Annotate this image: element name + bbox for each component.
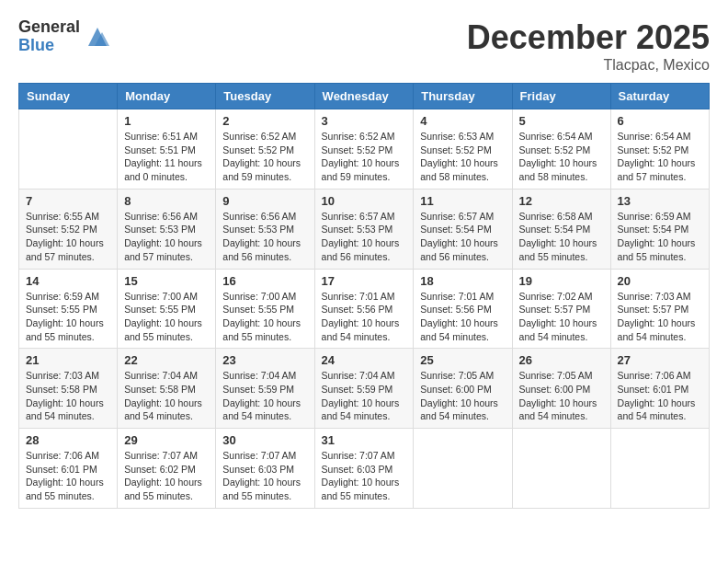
day-info: Sunrise: 7:00 AMSunset: 5:55 PMDaylight:…	[222, 290, 307, 344]
calendar-week-1: 1Sunrise: 6:51 AMSunset: 5:51 PMDaylight…	[19, 109, 710, 190]
day-number: 28	[26, 433, 110, 447]
logo: General Blue	[18, 18, 111, 55]
calendar-cell: 8Sunrise: 6:56 AMSunset: 5:53 PMDaylight…	[118, 189, 216, 269]
day-info: Sunrise: 6:56 AMSunset: 5:53 PMDaylight:…	[222, 210, 307, 264]
title-section: December 2025 Tlacpac, Mexico	[467, 18, 710, 74]
day-number: 6	[618, 114, 702, 128]
calendar-week-3: 14Sunrise: 6:59 AMSunset: 5:55 PMDayligh…	[19, 269, 710, 349]
day-info: Sunrise: 7:02 AMSunset: 5:57 PMDaylight:…	[519, 290, 604, 344]
day-info: Sunrise: 6:59 AMSunset: 5:55 PMDaylight:…	[26, 290, 110, 344]
weekday-header-monday: Monday	[118, 84, 216, 109]
day-number: 22	[124, 353, 209, 367]
day-number: 7	[26, 194, 110, 208]
day-number: 15	[124, 274, 209, 288]
calendar-cell: 17Sunrise: 7:01 AMSunset: 5:56 PMDayligh…	[314, 269, 414, 349]
day-number: 26	[519, 353, 604, 367]
day-number: 19	[519, 274, 604, 288]
day-info: Sunrise: 7:05 AMSunset: 6:00 PMDaylight:…	[420, 369, 505, 423]
day-number: 16	[222, 274, 307, 288]
day-number: 30	[222, 433, 307, 447]
weekday-header-saturday: Saturday	[610, 84, 709, 109]
month-title: December 2025	[467, 18, 710, 57]
day-number: 8	[124, 194, 209, 208]
calendar-cell: 22Sunrise: 7:04 AMSunset: 5:58 PMDayligh…	[118, 349, 216, 429]
calendar-cell	[610, 429, 709, 509]
calendar-cell: 11Sunrise: 6:57 AMSunset: 5:54 PMDayligh…	[414, 189, 512, 269]
calendar-cell: 18Sunrise: 7:01 AMSunset: 5:56 PMDayligh…	[414, 269, 512, 349]
calendar-cell: 9Sunrise: 6:56 AMSunset: 5:53 PMDaylight…	[216, 189, 314, 269]
calendar-cell: 5Sunrise: 6:54 AMSunset: 5:52 PMDaylight…	[512, 109, 610, 190]
day-number: 10	[322, 194, 407, 208]
day-info: Sunrise: 7:01 AMSunset: 5:56 PMDaylight:…	[420, 290, 505, 344]
weekday-header-wednesday: Wednesday	[314, 84, 414, 109]
day-number: 12	[519, 194, 604, 208]
calendar-cell: 2Sunrise: 6:52 AMSunset: 5:52 PMDaylight…	[216, 109, 314, 190]
day-info: Sunrise: 6:52 AMSunset: 5:52 PMDaylight:…	[322, 130, 407, 184]
day-number: 9	[222, 194, 307, 208]
logo-general-text: General	[18, 18, 80, 37]
calendar-cell: 21Sunrise: 7:03 AMSunset: 5:58 PMDayligh…	[19, 349, 118, 429]
day-number: 3	[322, 114, 407, 128]
calendar-cell	[414, 429, 512, 509]
calendar-cell: 15Sunrise: 7:00 AMSunset: 5:55 PMDayligh…	[118, 269, 216, 349]
day-info: Sunrise: 7:01 AMSunset: 5:56 PMDaylight:…	[322, 290, 407, 344]
day-number: 18	[420, 274, 505, 288]
day-number: 14	[26, 274, 110, 288]
day-number: 17	[322, 274, 407, 288]
day-info: Sunrise: 7:07 AMSunset: 6:02 PMDaylight:…	[124, 449, 209, 503]
calendar-cell: 10Sunrise: 6:57 AMSunset: 5:53 PMDayligh…	[314, 189, 414, 269]
logo-blue-text: Blue	[18, 37, 80, 55]
calendar-week-2: 7Sunrise: 6:55 AMSunset: 5:52 PMDaylight…	[19, 189, 710, 269]
day-info: Sunrise: 6:56 AMSunset: 5:53 PMDaylight:…	[124, 210, 209, 264]
calendar-cell: 6Sunrise: 6:54 AMSunset: 5:52 PMDaylight…	[610, 109, 709, 190]
day-info: Sunrise: 6:58 AMSunset: 5:54 PMDaylight:…	[519, 210, 604, 264]
day-number: 2	[222, 114, 307, 128]
day-info: Sunrise: 7:00 AMSunset: 5:55 PMDaylight:…	[124, 290, 209, 344]
day-info: Sunrise: 6:57 AMSunset: 5:54 PMDaylight:…	[420, 210, 505, 264]
day-number: 29	[124, 433, 209, 447]
location: Tlacpac, Mexico	[467, 57, 710, 74]
day-number: 21	[26, 353, 110, 367]
logo-icon	[84, 23, 111, 51]
weekday-header-friday: Friday	[512, 84, 610, 109]
calendar-cell: 4Sunrise: 6:53 AMSunset: 5:52 PMDaylight…	[414, 109, 512, 190]
day-info: Sunrise: 7:07 AMSunset: 6:03 PMDaylight:…	[322, 449, 407, 503]
day-number: 24	[322, 353, 407, 367]
day-number: 1	[124, 114, 209, 128]
day-number: 31	[322, 433, 407, 447]
calendar-cell: 16Sunrise: 7:00 AMSunset: 5:55 PMDayligh…	[216, 269, 314, 349]
calendar-cell	[512, 429, 610, 509]
day-number: 23	[222, 353, 307, 367]
calendar-week-4: 21Sunrise: 7:03 AMSunset: 5:58 PMDayligh…	[19, 349, 710, 429]
calendar-table: SundayMondayTuesdayWednesdayThursdayFrid…	[18, 83, 710, 509]
calendar-cell: 24Sunrise: 7:04 AMSunset: 5:59 PMDayligh…	[314, 349, 414, 429]
calendar-cell: 28Sunrise: 7:06 AMSunset: 6:01 PMDayligh…	[19, 429, 118, 509]
calendar-cell: 19Sunrise: 7:02 AMSunset: 5:57 PMDayligh…	[512, 269, 610, 349]
calendar-cell: 14Sunrise: 6:59 AMSunset: 5:55 PMDayligh…	[19, 269, 118, 349]
day-info: Sunrise: 7:04 AMSunset: 5:58 PMDaylight:…	[124, 369, 209, 423]
day-number: 4	[420, 114, 505, 128]
calendar-week-5: 28Sunrise: 7:06 AMSunset: 6:01 PMDayligh…	[19, 429, 710, 509]
day-info: Sunrise: 7:06 AMSunset: 6:01 PMDaylight:…	[618, 369, 702, 423]
day-info: Sunrise: 7:07 AMSunset: 6:03 PMDaylight:…	[222, 449, 307, 503]
day-info: Sunrise: 7:04 AMSunset: 5:59 PMDaylight:…	[322, 369, 407, 423]
calendar-cell: 20Sunrise: 7:03 AMSunset: 5:57 PMDayligh…	[610, 269, 709, 349]
day-number: 13	[618, 194, 702, 208]
calendar-cell: 7Sunrise: 6:55 AMSunset: 5:52 PMDaylight…	[19, 189, 118, 269]
day-info: Sunrise: 6:57 AMSunset: 5:53 PMDaylight:…	[322, 210, 407, 264]
calendar-cell: 26Sunrise: 7:05 AMSunset: 6:00 PMDayligh…	[512, 349, 610, 429]
day-info: Sunrise: 6:52 AMSunset: 5:52 PMDaylight:…	[222, 130, 307, 184]
calendar-cell	[19, 109, 118, 190]
day-info: Sunrise: 7:04 AMSunset: 5:59 PMDaylight:…	[222, 369, 307, 423]
weekday-header-tuesday: Tuesday	[216, 84, 314, 109]
weekday-header-thursday: Thursday	[414, 84, 512, 109]
calendar-cell: 30Sunrise: 7:07 AMSunset: 6:03 PMDayligh…	[216, 429, 314, 509]
calendar-cell: 13Sunrise: 6:59 AMSunset: 5:54 PMDayligh…	[610, 189, 709, 269]
weekday-header-sunday: Sunday	[19, 84, 118, 109]
day-info: Sunrise: 6:53 AMSunset: 5:52 PMDaylight:…	[420, 130, 505, 184]
day-info: Sunrise: 6:51 AMSunset: 5:51 PMDaylight:…	[124, 130, 209, 184]
calendar-cell: 25Sunrise: 7:05 AMSunset: 6:00 PMDayligh…	[414, 349, 512, 429]
calendar-cell: 23Sunrise: 7:04 AMSunset: 5:59 PMDayligh…	[216, 349, 314, 429]
calendar-cell: 29Sunrise: 7:07 AMSunset: 6:02 PMDayligh…	[118, 429, 216, 509]
day-number: 5	[519, 114, 604, 128]
